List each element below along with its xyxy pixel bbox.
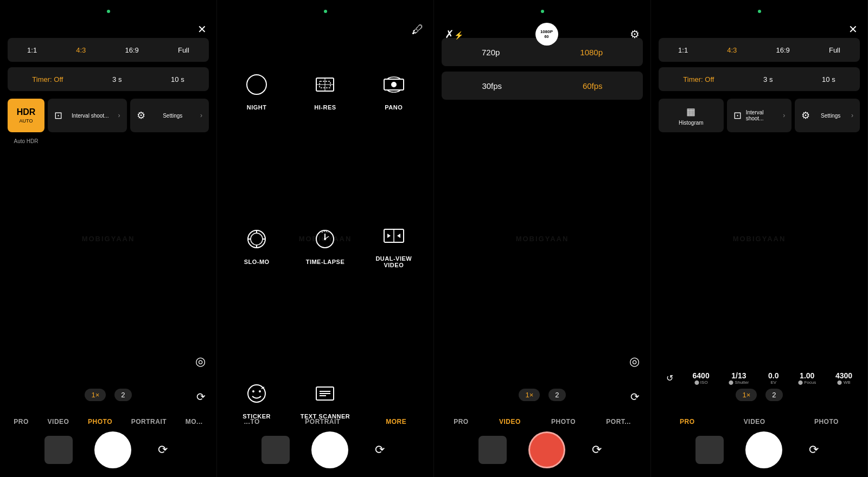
ratio-16-9[interactable]: 16:9 xyxy=(771,43,795,57)
hdr-auto-label: AUTO xyxy=(20,119,33,124)
mode-pano[interactable]: PANO xyxy=(360,16,428,167)
status-dot xyxy=(324,10,327,13)
camera-switch-icon[interactable]: ⟳ xyxy=(630,390,640,403)
zoom-controls: 1× 2 xyxy=(434,389,650,401)
zoom-1x[interactable]: 1× xyxy=(85,389,106,401)
nav-more[interactable]: MO... xyxy=(186,418,203,426)
focus-value[interactable]: 1.00 xyxy=(800,371,814,380)
fps-60[interactable]: 60fps xyxy=(572,77,614,95)
flip-camera-button[interactable]: ⟳ xyxy=(153,440,173,460)
status-dot xyxy=(541,10,544,13)
interval-icon: ⊡ xyxy=(733,109,742,121)
nav-portrait[interactable]: PORTRAIT xyxy=(305,418,340,426)
zoom-1x[interactable]: 1× xyxy=(519,389,540,401)
settings-button[interactable]: ⚙ Settings › xyxy=(795,99,860,132)
gallery-thumbnail[interactable] xyxy=(478,436,507,464)
gallery-thumbnail[interactable] xyxy=(695,436,724,464)
histogram-button[interactable]: ▦ Histogram xyxy=(659,99,724,132)
nav-photo[interactable]: PHOTO xyxy=(88,418,112,426)
shutter-button[interactable] xyxy=(311,431,348,468)
nav-pro[interactable]: PRO xyxy=(454,418,469,426)
shutter-value[interactable]: 1/13 xyxy=(731,371,746,380)
aspect-ratio-selector: 1:1 4:3 16:9 Full xyxy=(659,38,860,62)
refresh-icon[interactable]: ↺ xyxy=(666,373,673,383)
framerate-selector: 30fps 60fps xyxy=(442,72,643,100)
mode-night[interactable]: NIGHT xyxy=(222,16,291,167)
ratio-1-1[interactable]: 1:1 xyxy=(22,43,42,57)
nav-pro[interactable]: PRO xyxy=(14,418,29,426)
nav-photo[interactable]: PHOTO xyxy=(551,418,576,426)
camera-switch-icon[interactable]: ⟳ xyxy=(196,390,206,403)
timer-selector: Timer: Off 3 s 10 s xyxy=(8,67,209,91)
settings-icon[interactable]: ⚙ xyxy=(630,28,640,41)
timer-off[interactable]: Timer: Off xyxy=(678,72,719,87)
nav-video[interactable]: VIDEO xyxy=(499,418,521,426)
nav-video[interactable]: VIDEO xyxy=(48,418,69,426)
shutter-button[interactable] xyxy=(745,431,782,468)
iso-value[interactable]: 6400 xyxy=(693,371,710,380)
lens-icon: ◎ xyxy=(629,354,640,369)
record-button[interactable] xyxy=(528,431,565,468)
edit-icon[interactable]: 🖊 xyxy=(412,23,424,37)
shutter-button[interactable] xyxy=(94,431,131,468)
timelapse-label: TIME-LAPSE xyxy=(306,259,345,265)
modes-grid: NIGHT HI-RES PANO SLO-MO xyxy=(217,0,433,477)
close-icon[interactable]: ✕ xyxy=(848,23,858,36)
gallery-thumbnail[interactable] xyxy=(44,436,73,464)
zoom-2x[interactable]: 2 xyxy=(114,389,131,401)
zoom-2x[interactable]: 2 xyxy=(765,389,782,401)
timer-3s[interactable]: 3 s xyxy=(758,72,778,87)
zoom-2x[interactable]: 2 xyxy=(548,389,565,401)
timer-off[interactable]: Timer: Off xyxy=(27,72,68,87)
ratio-16-9[interactable]: 16:9 xyxy=(120,43,144,57)
badge-res: 1080P xyxy=(540,30,553,35)
wb-value[interactable]: 4300 xyxy=(835,371,852,380)
ratio-full[interactable]: Full xyxy=(824,43,846,57)
hires-icon xyxy=(314,74,336,100)
ratio-full[interactable]: Full xyxy=(173,43,195,57)
lens-icon: ◎ xyxy=(195,354,206,369)
ratio-4-3[interactable]: 4:3 xyxy=(71,43,91,57)
pano-label: PANO xyxy=(385,104,403,111)
tools-row: HDR AUTO ⊡ Interval shoot... › ⚙ Setting… xyxy=(8,99,209,132)
fps-30[interactable]: 30fps xyxy=(471,77,513,95)
gallery-thumbnail[interactable] xyxy=(261,436,290,464)
timer-10s[interactable]: 10 s xyxy=(816,72,841,87)
close-icon[interactable]: ✕ xyxy=(197,23,207,36)
ratio-4-3[interactable]: 4:3 xyxy=(722,43,742,57)
mode-hires[interactable]: HI-RES xyxy=(291,16,359,167)
shutter-group: 1/13 ⬤ Shutter xyxy=(729,371,749,385)
ev-group: 0.0 EV xyxy=(768,371,778,385)
pano-icon xyxy=(383,74,405,100)
interval-label: Interval shoot... xyxy=(746,109,779,121)
interval-shoot-button[interactable]: ⊡ Interval shoot... › xyxy=(727,99,792,132)
nav-pro[interactable]: PRO xyxy=(680,418,695,426)
nav-portrait[interactable]: PORTRAIT xyxy=(131,418,167,426)
settings-button[interactable]: ⚙ Settings › xyxy=(130,99,209,132)
timelapse-icon xyxy=(314,228,336,254)
timer-10s[interactable]: 10 s xyxy=(165,72,190,87)
res-720p[interactable]: 720p xyxy=(471,43,510,61)
timer-3s[interactable]: 3 s xyxy=(107,72,127,87)
svg-point-19 xyxy=(248,385,265,402)
flip-camera-button[interactable]: ⟳ xyxy=(804,440,824,460)
ev-value[interactable]: 0.0 xyxy=(768,371,778,380)
mode-slomo[interactable]: SLO-MO xyxy=(222,167,291,325)
res-1080p[interactable]: 1080p xyxy=(569,43,614,61)
mode-timelapse[interactable]: TIME-LAPSE xyxy=(291,167,359,325)
nav-more[interactable]: MORE xyxy=(386,418,406,426)
status-dot xyxy=(758,10,761,13)
nav-video[interactable]: VIDEO xyxy=(744,418,765,426)
interval-shoot-button[interactable]: ⊡ Interval shoot... › xyxy=(48,99,127,132)
flip-camera-button[interactable]: ⟳ xyxy=(587,440,607,460)
ratio-1-1[interactable]: 1:1 xyxy=(673,43,693,57)
nav-portrait[interactable]: PORT... xyxy=(606,418,631,426)
nav-to[interactable]: ...TO xyxy=(244,418,260,426)
ev-label: EV xyxy=(770,380,776,385)
nav-photo[interactable]: PHOTO xyxy=(814,418,839,426)
zoom-1x[interactable]: 1× xyxy=(736,389,757,401)
status-dot xyxy=(107,10,110,13)
hdr-button[interactable]: HDR AUTO xyxy=(8,99,44,132)
mode-dualview[interactable]: DUAL-VIEW VIDEO xyxy=(360,167,428,325)
flip-camera-button[interactable]: ⟳ xyxy=(370,440,390,460)
